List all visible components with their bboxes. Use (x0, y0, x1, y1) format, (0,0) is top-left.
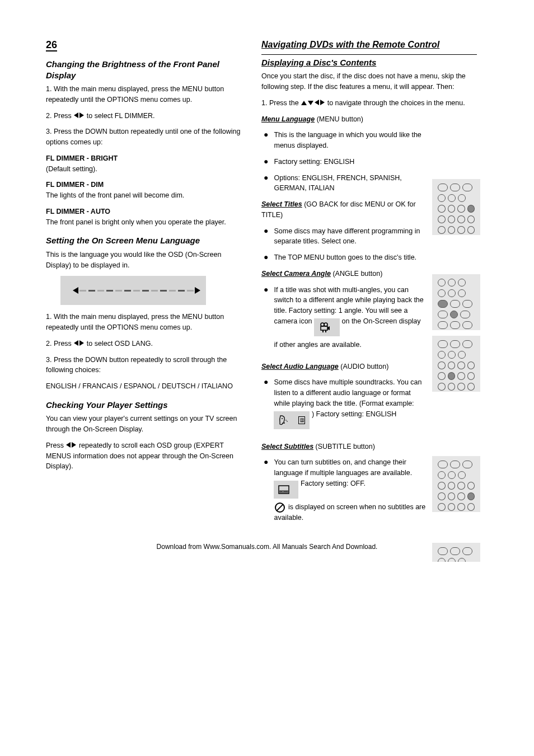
svg-point-2 (324, 323, 327, 326)
up-arrow-icon (301, 101, 307, 105)
nav-step-1: 1. Press the to navigate through the cho… (261, 98, 477, 109)
left-column: 26 Changing the Brightness of the Front … (46, 39, 242, 477)
check-settings-desc: You can view your player's current setti… (46, 414, 242, 435)
svg-point-6 (282, 418, 283, 419)
subtitle-sub: Select Subtitles (SUBTITLE button) (261, 442, 424, 452)
right-arrow-icon (320, 100, 325, 105)
left-arrow-icon (66, 442, 71, 448)
left-arrow-icon (74, 340, 78, 346)
heading-navigating-dvds: Navigating DVDs with the Remote Control (261, 39, 477, 51)
remote-diagram-angle (432, 336, 480, 392)
dimmer-bright: FL DIMMER - BRIGHT(Default setting). (46, 153, 242, 175)
bullet-menu-lang-options: Options: ENGLISH, FRENCH, SPANISH, GERMA… (274, 173, 426, 194)
footer-text: Download from Www.Somanuals.com. All Man… (0, 543, 534, 551)
check-settings-scroll: Press repeatedly to scroll each OSD grou… (46, 440, 242, 472)
bullet-top-menu: The TOP MENU button goes to the disc's t… (274, 252, 426, 263)
dimmer-auto: FL DIMMER - AUTOThe front panel is brigh… (46, 206, 242, 228)
camera-angle-sub: Select Camera Angle (ANGLE button) (261, 269, 424, 279)
subtitle-icon-box (274, 481, 298, 499)
prohibit-icon (275, 503, 285, 513)
face-audio-icon (278, 415, 288, 426)
disc-menu-desc: Once you start the disc, if the disc doe… (261, 71, 477, 92)
osd-step-3: 3. Press the DOWN button repeatedly to s… (46, 355, 242, 376)
remote-diagram-titles (432, 274, 480, 330)
page-number: 26 (46, 39, 242, 51)
osd-step-1: 1. With the main menu displayed, press t… (46, 312, 242, 333)
heading-osd-lang: Setting the On Screen Menu Language (46, 235, 242, 246)
dimmer-dim: FL DIMMER - DIMThe lights of the front p… (46, 180, 242, 201)
osd-lang-options: ENGLISH / FRANCAIS / ESPANOL / DEUTSCH /… (46, 381, 242, 392)
step-3-brightness: 3. Press the DOWN button repeatedly unti… (46, 126, 242, 148)
heading-check-settings: Checking Your Player Settings (46, 400, 242, 411)
step-1-brightness: 1. With the main menu displayed, press t… (46, 84, 242, 105)
menu-language-sub: Menu Language (MENU button) (261, 114, 424, 125)
left-arrow-icon (74, 112, 78, 118)
heading-display-contents: Displaying a Disc's Contents (261, 57, 477, 68)
heading-brightness: Changing the Brightness of the Front Pan… (46, 59, 242, 81)
left-arrow-icon (315, 100, 319, 105)
dolby-icon: ▯▯ (298, 416, 305, 424)
right-arrow-icon (79, 340, 84, 346)
camera-icon-box (314, 318, 340, 336)
subtitle-icon (278, 485, 289, 494)
step-2-brightness: 2. Press to select FL DIMMER. (46, 111, 242, 121)
bullet-menu-lang-desc: This is the language in which you would … (274, 130, 426, 151)
down-arrow-icon (308, 101, 313, 105)
svg-rect-5 (325, 330, 326, 332)
osd-lang-desc: This is the language you would like the … (46, 250, 242, 271)
svg-rect-4 (322, 330, 324, 332)
svg-point-7 (286, 420, 287, 421)
svg-rect-3 (321, 326, 327, 330)
osd-step-2: 2. Press to select OSD LANG. (46, 339, 242, 349)
svg-point-1 (321, 323, 324, 326)
right-column: Navigating DVDs with the Remote Control … (261, 39, 477, 528)
remote-diagram-audio (432, 456, 480, 512)
osd-display-bar (60, 276, 206, 305)
bullet-menu-lang-factory: Factory setting: ENGLISH (274, 157, 426, 167)
audio-format-box: ▯▯ (274, 411, 310, 429)
slider-dashes (73, 287, 200, 294)
remote-diagram-menu (432, 179, 480, 235)
bullet-angle: If a title was shot with multi-angles, y… (274, 285, 426, 350)
camera-icon (318, 322, 331, 333)
audio-lang-sub: Select Audio Language (AUDIO button) (261, 361, 424, 372)
bullet-titles-desc: Some discs may have different programmin… (274, 226, 426, 247)
select-titles-sub: Select Titles (GO BACK for disc MENU or … (261, 199, 424, 220)
svg-point-8 (287, 421, 288, 422)
right-arrow-icon (79, 112, 84, 118)
bullet-subtitle: You can turn subtitles on, and change th… (274, 457, 426, 523)
right-arrow-icon (72, 442, 76, 448)
bullet-audio: Some discs have multiple soundtracks. Yo… (274, 377, 426, 432)
